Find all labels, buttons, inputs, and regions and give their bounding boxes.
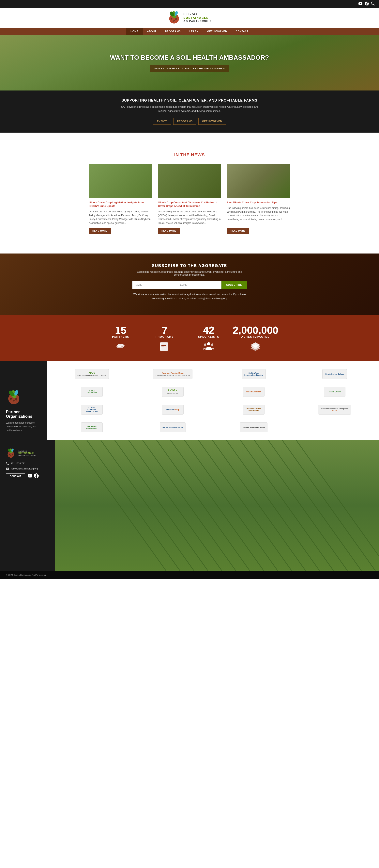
nav-home[interactable]: HOME bbox=[126, 28, 143, 35]
footer-phone: 872-250-8771 bbox=[6, 462, 49, 465]
partner-pheasants-forever: Pheasants ForeverQuail Forever bbox=[215, 404, 292, 415]
partner-wetlands-initiative: THE WETLANDS INITIATIVE bbox=[134, 422, 211, 433]
logo-icon bbox=[167, 11, 181, 25]
partners-description: Working together to support healthy soil… bbox=[6, 421, 41, 433]
subscribe-email-input[interactable] bbox=[177, 281, 221, 289]
subscribe-note: We strive to share information important… bbox=[130, 292, 249, 301]
read-more-2[interactable]: READ MORE bbox=[158, 228, 180, 234]
svg-rect-9 bbox=[161, 344, 166, 344]
footer-field-image bbox=[55, 440, 379, 570]
news-title-2: Illinois Crop Consultant Discusses C:N R… bbox=[158, 201, 221, 208]
top-bar bbox=[0, 0, 379, 8]
footer-actions: CONTACT bbox=[6, 473, 49, 479]
footer-email-address: hello@ilsustainableag.org bbox=[11, 467, 38, 470]
stat-partners-label: PARTNERS bbox=[101, 335, 141, 338]
partner-zea-mays: THE ZEA MAYS FOUNDATION bbox=[215, 422, 292, 433]
facebook-icon[interactable] bbox=[365, 2, 369, 6]
get-involved-button[interactable]: GET INVOLVED bbox=[198, 118, 226, 125]
news-icon bbox=[159, 341, 171, 351]
partners-left-panel: Partner Organizations Working together t… bbox=[0, 361, 47, 440]
partner-ilcorn-logo: ILCORNwww.ilcorn.org bbox=[162, 387, 183, 397]
partners-section: Partner Organizations Working together t… bbox=[0, 361, 379, 440]
svg-point-27 bbox=[9, 454, 10, 455]
stat-partners: 15 PARTNERS bbox=[101, 325, 141, 351]
partner-admc-logo: ADMCAgriculture Management Coalition bbox=[75, 369, 109, 379]
partner-lica: Illinois LICA ▽ bbox=[296, 386, 373, 398]
programs-button[interactable]: PROGRAMS bbox=[173, 118, 197, 125]
svg-point-1 bbox=[171, 18, 173, 20]
partner-wetlands-initiative-logo: THE WETLANDS INITIATIVE bbox=[160, 423, 186, 432]
search-icon[interactable] bbox=[371, 2, 375, 6]
support-section: SUPPORTING HEALTHY SOIL, CLEAN WATER, AN… bbox=[0, 91, 379, 132]
partner-ilcorn: ILCORNwww.ilcorn.org bbox=[134, 386, 211, 398]
partner-american-farmland: American Farmland TrustPROTECTING THE LA… bbox=[134, 368, 211, 380]
partners-logos-grid: ADMCAgriculture Management Coalition Ame… bbox=[47, 361, 379, 440]
read-more-3[interactable]: READ MORE bbox=[227, 228, 249, 234]
news-section-title: IN THE NEWS bbox=[89, 152, 290, 157]
stat-programs-label: PROGRAMS bbox=[145, 335, 185, 338]
svg-point-29 bbox=[12, 454, 13, 456]
partner-soil-water-logo: Soil & WaterConservation Districts bbox=[242, 369, 266, 379]
support-buttons: EVENTS PROGRAMS GET INVOLVED bbox=[4, 118, 375, 125]
svg-rect-12 bbox=[160, 342, 162, 351]
nav-get-involved[interactable]: GET INVOLVED bbox=[203, 28, 231, 35]
read-more-1[interactable]: READ MORE bbox=[89, 228, 111, 234]
footer-facebook-icon[interactable] bbox=[34, 473, 39, 479]
subscribe-section: SUBSCRIBE TO THE AGGREGATE Combining res… bbox=[0, 253, 379, 315]
support-description: ISAP envisions Illinois as a sustainable… bbox=[120, 105, 259, 113]
partner-certified-crop-logo: CertifiedCrop Adviser bbox=[81, 387, 103, 397]
partner-illinois-central: Illinois Central College bbox=[296, 368, 373, 380]
phone-icon bbox=[6, 462, 9, 465]
stat-specialists-number: 42 bbox=[189, 325, 229, 335]
footer-bottom: © 2024 Illinois Sustainable Ag Partnersh… bbox=[0, 570, 379, 579]
nav-contact[interactable]: CONTACT bbox=[231, 28, 253, 35]
news-grid: Illinois Cover Crop Legislation: Insight… bbox=[89, 164, 290, 234]
news-section: IN THE NEWS Illinois Cover Crop Legislat… bbox=[81, 143, 298, 244]
hero-section: WANT TO BECOME A SOIL HEALTH AMBASSADOR?… bbox=[0, 35, 379, 91]
subscribe-heading: SUBSCRIBE TO THE AGGREGATE bbox=[4, 264, 375, 268]
partner-precision-conservation: Precision Conservation ManagementP|C|M bbox=[296, 404, 373, 415]
logo[interactable]: ILLINOIS SUSTAINABLE AG PARTNERSHIP bbox=[167, 11, 212, 25]
subscribe-name-input[interactable] bbox=[132, 281, 177, 289]
partner-precision-conservation-logo: Precision Conservation ManagementP|C|M bbox=[318, 405, 351, 414]
stat-programs: 7 PROGRAMS bbox=[145, 325, 185, 351]
partner-illinois-extension-logo: Illinois Extension bbox=[243, 387, 265, 397]
partner-lica-logo: Illinois LICA ▽ bbox=[324, 387, 345, 397]
events-button[interactable]: EVENTS bbox=[153, 118, 171, 125]
email-icon bbox=[6, 467, 9, 470]
main-nav: HOME ABOUT PROGRAMS LEARN GET INVOLVED C… bbox=[0, 28, 379, 35]
partner-midwest-dairy-logo: Midwest Dairy bbox=[162, 405, 183, 414]
svg-rect-10 bbox=[161, 345, 166, 346]
news-image-3 bbox=[227, 164, 290, 198]
stat-specialists: 42 SPECIALISTS bbox=[189, 325, 229, 351]
partner-nature-conservancy-logo: The NatureConservancy bbox=[81, 423, 103, 432]
nav-about[interactable]: ABOUT bbox=[143, 28, 161, 35]
partner-midwest-dairy: Midwest Dairy bbox=[134, 404, 211, 415]
news-title-1: Illinois Cover Crop Legislation: Insight… bbox=[89, 201, 152, 208]
subscribe-button[interactable]: SUBSCRIBE bbox=[221, 281, 247, 289]
partner-american-farmland-logo: American Farmland TrustPROTECTING THE LA… bbox=[153, 369, 192, 379]
news-title-3: Last Minute Cover Crop Termination Tips bbox=[227, 201, 290, 204]
stat-specialists-label: SPECIALISTS bbox=[189, 335, 229, 338]
footer-contact-button[interactable]: CONTACT bbox=[6, 473, 25, 479]
svg-point-14 bbox=[204, 343, 206, 346]
svg-point-2 bbox=[173, 20, 175, 21]
nav-learn[interactable]: LEARN bbox=[185, 28, 203, 35]
hero-content: WANT TO BECOME A SOIL HEALTH AMBASSADOR?… bbox=[106, 46, 273, 80]
support-heading: SUPPORTING HEALTHY SOIL, CLEAN WATER, AN… bbox=[4, 98, 375, 102]
news-excerpt-2: In concluding the Illinois Cover Crop On… bbox=[158, 210, 221, 225]
stats-grid: 15 PARTNERS 7 PROGRAMS bbox=[101, 325, 278, 351]
stats-section: 15 PARTNERS 7 PROGRAMS bbox=[0, 315, 379, 361]
hero-cta-button[interactable]: APPLY FOR ISAP'S SOIL HEALTH LEADERSHIP … bbox=[150, 65, 229, 72]
svg-point-3 bbox=[175, 18, 177, 20]
news-card-1: Illinois Cover Crop Legislation: Insight… bbox=[89, 164, 152, 234]
subscribe-form: SUBSCRIBE bbox=[132, 281, 247, 289]
youtube-icon[interactable] bbox=[358, 2, 363, 6]
news-image-1 bbox=[89, 164, 152, 198]
nav-programs[interactable]: PROGRAMS bbox=[161, 28, 185, 35]
svg-point-15 bbox=[211, 343, 213, 346]
copyright-text: © 2024 Illinois Sustainable Ag Partnersh… bbox=[6, 574, 373, 576]
footer-youtube-icon[interactable] bbox=[28, 473, 32, 479]
footer-email: hello@ilsustainableag.org bbox=[6, 467, 49, 470]
news-image-2 bbox=[158, 164, 221, 198]
